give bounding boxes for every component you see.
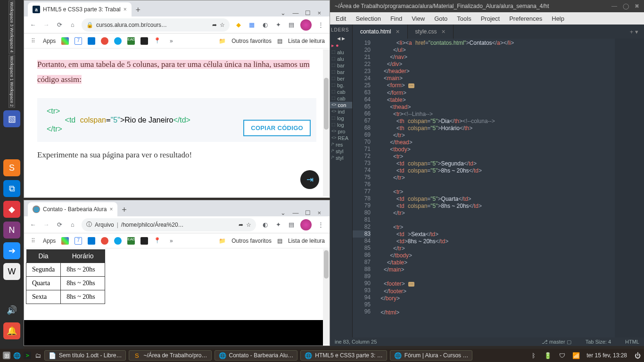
- bookmark-icon[interactable]: [140, 237, 148, 245]
- scrollbar[interactable]: [323, 49, 330, 197]
- reload-icon[interactable]: ⟳: [55, 221, 64, 229]
- browser-tab[interactable]: 🌐 Contato - Barbearia Alura ×: [28, 202, 117, 216]
- browser-tab[interactable]: a HTML5 e CSS3 parte 3: Trabal ×: [28, 2, 132, 16]
- star-icon[interactable]: ☆: [246, 222, 251, 228]
- address-bar[interactable]: 🔒 cursos.alura.com.br/cours… ➦ ☆: [82, 18, 230, 32]
- menu-view[interactable]: View: [412, 15, 425, 22]
- tab-style[interactable]: style.css×: [408, 25, 454, 39]
- code-editor[interactable]: <li><a href="contatos.html">Contatos</a>…: [374, 39, 615, 337]
- wikipedia-icon[interactable]: W: [3, 263, 20, 280]
- menu-help[interactable]: Help: [552, 15, 564, 22]
- status-tabsize[interactable]: Tab Size: 4: [586, 339, 611, 345]
- maps-icon[interactable]: 📍: [154, 37, 161, 45]
- session-icon[interactable]: ⏻: [634, 352, 641, 359]
- ext-icon[interactable]: ◐: [261, 21, 269, 29]
- bookmark-icon[interactable]: [101, 237, 108, 245]
- bookmark-icon[interactable]: [101, 37, 108, 45]
- task-chrome-alura[interactable]: 🌐HTML5 e CSS3 parte 3: …: [300, 350, 387, 361]
- sidebar-item[interactable]: ⬚bar: [330, 69, 352, 75]
- task-chrome-forum[interactable]: 🌐Fórum | Alura - Cursos …: [390, 350, 473, 361]
- home-icon[interactable]: ⌂: [68, 221, 77, 229]
- maximize-icon[interactable]: ☐: [305, 9, 311, 16]
- menu-tools[interactable]: Tools: [457, 15, 471, 22]
- other-bookmarks[interactable]: Outros favoritos: [231, 38, 272, 44]
- back-icon[interactable]: ←: [29, 221, 37, 229]
- close-tab-icon[interactable]: ×: [396, 28, 399, 35]
- minimize-icon[interactable]: —: [611, 3, 617, 9]
- sidebar-item[interactable]: ⬚ber: [330, 75, 352, 82]
- close-icon[interactable]: ×: [317, 209, 321, 216]
- reading-icon[interactable]: ▤: [287, 21, 296, 29]
- git-icon[interactable]: ◆: [3, 201, 20, 218]
- bookmark-icon[interactable]: [114, 37, 122, 45]
- close-icon[interactable]: ✖: [635, 3, 639, 9]
- vscode-icon[interactable]: ⧉: [3, 180, 20, 197]
- line-gutter[interactable]: 1920212223242563646566676869707172737475…: [353, 39, 374, 337]
- share-icon[interactable]: ➦: [239, 222, 243, 228]
- extensions-icon[interactable]: ✦: [274, 21, 282, 29]
- chrome-icon[interactable]: 🌐: [13, 352, 21, 359]
- close-tab-icon[interactable]: ×: [109, 206, 113, 213]
- bookmark-icon[interactable]: EAD: [127, 237, 135, 245]
- apps-icon[interactable]: ⠿: [29, 37, 37, 45]
- maps-icon[interactable]: 📍: [154, 237, 161, 245]
- apps-label[interactable]: Apps: [43, 238, 56, 244]
- ext-icon[interactable]: ◆: [234, 21, 243, 29]
- sidebar-item[interactable]: ⬚cab: [330, 89, 352, 95]
- sidebar-item[interactable]: <>pro: [330, 128, 352, 135]
- sidebar-item[interactable]: <>con: [330, 102, 352, 108]
- menu-find[interactable]: Find: [390, 15, 402, 22]
- sublime-icon[interactable]: S: [3, 159, 20, 176]
- workspace-switcher[interactable]: Workspace 1 Workspace 2: [8, 55, 15, 108]
- reading-list[interactable]: Lista de leitura: [288, 38, 325, 44]
- shield-icon[interactable]: 🛡: [558, 352, 566, 359]
- bookmark-icon[interactable]: [88, 37, 95, 45]
- minimize-icon[interactable]: —: [292, 9, 298, 16]
- sidebar-item[interactable]: /*styl: [330, 155, 352, 161]
- wifi-icon[interactable]: 📶: [572, 352, 580, 359]
- close-tab-icon[interactable]: ×: [442, 28, 446, 35]
- sidebar-item[interactable]: ⬚log: [330, 122, 352, 128]
- menu-icon[interactable]: ⋮: [316, 221, 325, 229]
- task-chrome-contato[interactable]: 🌐Contato - Barbearia Alu…: [215, 350, 298, 361]
- sidebar-item[interactable]: <>ind: [330, 108, 352, 115]
- sidebar-item[interactable]: ▸ ●: [330, 42, 352, 49]
- menu-project[interactable]: Project: [481, 15, 500, 22]
- sidebar-nav-icon[interactable]: ◂ ▸: [330, 34, 352, 42]
- copy-code-button[interactable]: COPIAR CÓDIGO: [243, 120, 311, 136]
- star-icon[interactable]: ☆: [220, 22, 225, 28]
- volume-icon[interactable]: 🔊: [3, 302, 20, 319]
- sidebar-item[interactable]: ⬚cab: [330, 95, 352, 102]
- battery-icon[interactable]: 🔋: [544, 352, 552, 359]
- maximize-icon[interactable]: ☐: [305, 209, 311, 216]
- bookmark-icon[interactable]: 7: [74, 237, 82, 245]
- new-tab-button[interactable]: + ▾: [624, 25, 644, 39]
- menu-goto[interactable]: Goto: [434, 15, 447, 22]
- sidebar-item[interactable]: ⬚log: [330, 115, 352, 122]
- close-icon[interactable]: ×: [317, 9, 321, 16]
- next-lesson-button[interactable]: ⇥: [300, 170, 319, 189]
- bookmark-icon[interactable]: [114, 237, 122, 245]
- status-branch[interactable]: ⎇ master ▢: [542, 339, 571, 345]
- share-icon[interactable]: ➦: [212, 22, 217, 28]
- apps-label[interactable]: Apps: [43, 38, 56, 44]
- sidebar-item[interactable]: <>REA: [330, 135, 352, 141]
- chevron-down-icon[interactable]: ⌄: [281, 209, 286, 216]
- show-apps-icon[interactable]: ⊞: [3, 352, 10, 359]
- onenote-icon[interactable]: N: [3, 222, 20, 239]
- close-tab-icon[interactable]: ×: [124, 6, 127, 13]
- ext-icon[interactable]: ▦: [248, 21, 256, 29]
- sidebar-item[interactable]: ⬚bg.: [330, 82, 352, 89]
- status-lang[interactable]: HTML: [625, 339, 639, 345]
- bookmark-icon[interactable]: [61, 37, 69, 45]
- arrow-icon[interactable]: ➔: [3, 242, 20, 259]
- bluetooth-icon[interactable]: ᛒ: [530, 352, 537, 359]
- sidebar-item[interactable]: /*res: [330, 141, 352, 148]
- bookmark-icon[interactable]: 7: [74, 37, 82, 45]
- sidebar-item[interactable]: ⬚bar: [330, 62, 352, 69]
- tab-contato[interactable]: contato.html×: [353, 25, 408, 39]
- workspace-switcher[interactable]: Workspace 3 Workspace 4: [8, 0, 15, 54]
- extensions-icon[interactable]: ✦: [274, 221, 282, 229]
- ext-icon[interactable]: ◐: [261, 221, 269, 229]
- other-bookmarks[interactable]: Outros favoritos: [231, 238, 272, 244]
